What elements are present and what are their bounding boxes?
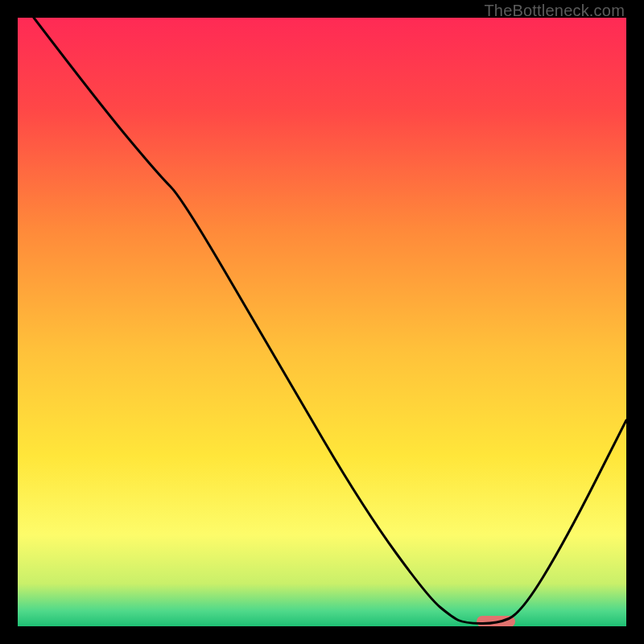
- gradient-background: [18, 18, 626, 626]
- chart-frame: [18, 18, 626, 626]
- bottleneck-chart: [18, 18, 626, 626]
- watermark-text: TheBottleneck.com: [484, 2, 625, 20]
